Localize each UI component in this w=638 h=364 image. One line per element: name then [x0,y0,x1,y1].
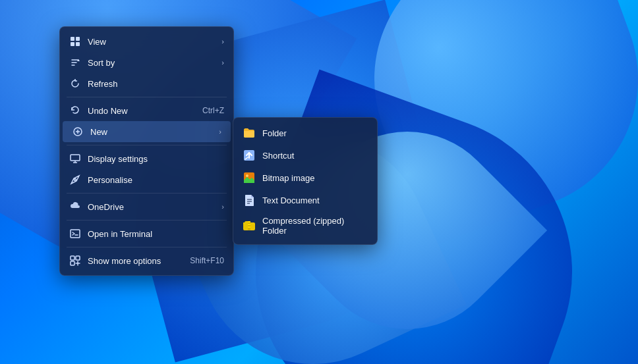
svg-rect-11 [71,230,80,238]
svg-rect-1 [76,37,80,41]
desktop-background: View › Sort by › Refresh [0,0,638,364]
folder-icon [243,126,256,140]
sort-icon [69,57,81,68]
display-icon [69,153,81,165]
menu-item-display[interactable]: Display settings [60,148,233,169]
menu-item-onedrive[interactable]: OneDrive › [60,196,233,217]
context-menu: View › Sort by › Refresh [59,26,234,276]
shortcut-more: Shift+F10 [190,256,224,265]
menu-label-more: Show more options [88,256,183,266]
menu-item-undo[interactable]: Undo New Ctrl+Z [60,100,233,121]
svg-rect-25 [248,221,250,230]
submenu-item-textdoc[interactable]: Text Document [233,189,377,211]
menu-item-personalise[interactable]: Personalise [60,169,233,190]
personalise-icon [69,174,81,186]
menu-label-sort: Sort by [88,58,215,68]
submenu-label-bitmap: Bitmap image [262,173,368,183]
menu-item-more-options[interactable]: Show more options Shift+F10 [60,250,233,271]
submenu-label-folder: Folder [262,128,368,138]
submenu-new: Folder Shortcut [233,117,378,245]
svg-rect-0 [71,37,74,41]
separator-5 [67,247,227,247]
menu-label-view: View [88,37,215,47]
svg-rect-14 [76,256,80,260]
compressed-icon [243,219,256,232]
arrow-icon-view: › [221,38,224,45]
submenu-item-folder[interactable]: Folder [233,122,377,144]
menu-item-new[interactable]: New › [63,121,231,142]
menu-item-view[interactable]: View › [60,31,233,52]
menu-label-refresh: Refresh [88,79,224,89]
separator-4 [67,220,227,221]
menu-label-personalise: Personalise [88,175,224,185]
svg-rect-26 [248,221,250,222]
svg-rect-28 [248,226,250,228]
bitmap-icon [243,171,256,184]
svg-rect-7 [71,155,80,161]
refresh-icon [69,78,81,90]
onedrive-icon [69,201,81,213]
svg-rect-2 [71,42,74,46]
grid-icon [69,36,81,47]
menu-item-refresh[interactable]: Refresh [60,73,233,94]
submenu-label-textdoc: Text Document [262,195,368,205]
arrow-icon-onedrive: › [221,203,224,211]
submenu-label-shortcut: Shortcut [262,151,368,161]
submenu-item-compressed[interactable]: Compressed (zipped) Folder [233,211,377,240]
menu-label-new: New [90,127,212,137]
terminal-icon [69,228,81,240]
svg-point-21 [246,174,248,177]
more-icon [69,255,81,267]
menu-item-sort[interactable]: Sort by › [60,52,233,73]
svg-rect-13 [71,256,74,260]
textdoc-icon [243,194,256,207]
submenu-item-bitmap[interactable]: Bitmap image [233,167,377,189]
menu-label-onedrive: OneDrive [88,202,215,212]
shortcut-icon [243,149,256,162]
undo-icon [69,105,81,117]
menu-item-terminal[interactable]: Open in Terminal [60,223,233,244]
svg-rect-15 [71,261,74,265]
separator-1 [67,97,227,97]
separator-2 [67,145,227,145]
submenu-label-compressed: Compressed (zipped) Folder [262,216,368,236]
menu-label-display: Display settings [88,154,224,164]
svg-rect-27 [248,224,250,225]
menu-label-undo: Undo New [88,106,196,116]
shortcut-undo: Ctrl+Z [202,106,224,115]
menu-label-terminal: Open in Terminal [88,229,224,239]
new-icon [72,126,84,138]
arrow-icon-new: › [219,128,221,136]
separator-3 [67,193,227,194]
svg-point-10 [74,179,76,181]
svg-rect-3 [76,42,80,46]
arrow-icon-sort: › [221,59,224,66]
submenu-item-shortcut[interactable]: Shortcut [233,144,377,167]
